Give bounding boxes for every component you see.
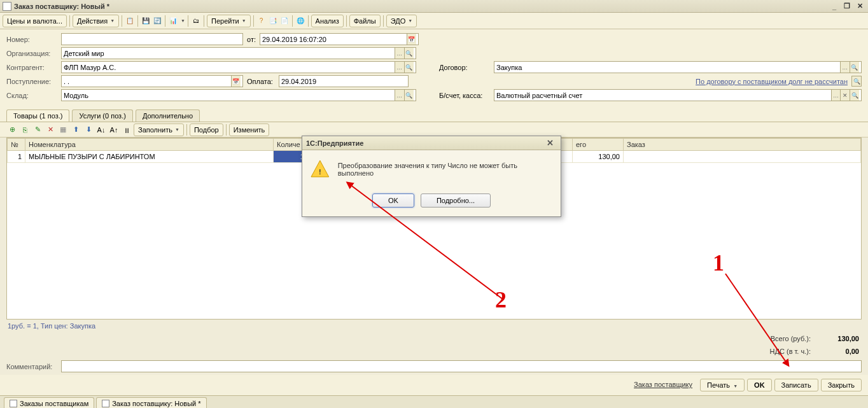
- titlebar: Заказ поставщику: Новый * _ ❐ ✕: [0, 0, 868, 13]
- sort-desc-icon[interactable]: A↑: [108, 124, 120, 136]
- report-icon[interactable]: 📊: [168, 16, 178, 26]
- search-icon[interactable]: 🔍: [850, 62, 859, 73]
- search-icon[interactable]: 🔍: [404, 62, 414, 73]
- calendar-icon[interactable]: 📅: [407, 34, 416, 45]
- select-icon[interactable]: …: [840, 62, 850, 73]
- date-input[interactable]: 📅: [260, 33, 419, 45]
- tab-services[interactable]: Услуги (0 поз.): [72, 109, 132, 122]
- comment-input[interactable]: [61, 360, 862, 372]
- list-icon[interactable]: 📑: [268, 16, 278, 26]
- col-order[interactable]: Заказ: [624, 139, 861, 151]
- change-button[interactable]: Изменить: [229, 123, 270, 136]
- separator: [122, 15, 122, 27]
- receipt-input[interactable]: 📅: [61, 75, 243, 87]
- edo-button[interactable]: ЭДО▼: [386, 15, 417, 27]
- globe-icon[interactable]: 🌐: [295, 16, 305, 26]
- search-icon[interactable]: 🔍: [851, 76, 862, 87]
- totals: Всего (руб.): 130,00: [0, 332, 868, 345]
- col-name[interactable]: Номенклатура: [25, 139, 274, 151]
- minimize-icon[interactable]: _: [829, 2, 840, 11]
- comment-label: Комментарий:: [6, 363, 57, 370]
- col-total[interactable]: его: [573, 139, 624, 151]
- tab-goods[interactable]: Товары (1 поз.): [6, 109, 69, 122]
- date-label: от:: [247, 36, 256, 43]
- fill-button[interactable]: Заполнить▼: [134, 123, 184, 136]
- refresh-icon[interactable]: 🔄: [152, 16, 162, 26]
- cell-order[interactable]: [624, 151, 861, 163]
- payment-input[interactable]: [279, 75, 409, 87]
- goto-button[interactable]: Перейти▼: [207, 15, 251, 27]
- contract-input[interactable]: … 🔍: [494, 61, 862, 73]
- totals-vat: НДС (в т. ч.): 0,00: [0, 345, 868, 358]
- dialog-close-icon[interactable]: ✕: [543, 137, 557, 149]
- actions-button[interactable]: Действия▼: [73, 15, 119, 27]
- ok-button[interactable]: OK: [747, 379, 772, 391]
- dialog-header[interactable]: 1С:Предприятие ✕: [302, 136, 561, 150]
- edo-label: ЭДО: [391, 17, 406, 25]
- doctab-list-label: Заказы поставщикам: [20, 400, 88, 407]
- reg-icon[interactable]: 📄: [279, 16, 290, 26]
- print-button[interactable]: Печать ▼: [700, 379, 745, 391]
- counterparty-input[interactable]: … 🔍: [61, 61, 416, 73]
- sort-asc-icon[interactable]: A↓: [95, 124, 107, 136]
- barcode-icon[interactable]: ⫼: [121, 124, 132, 136]
- cell-name[interactable]: МЫЛЬНЫЕ ПУЗЫРИ С ЛАБИРИНТОМ: [25, 151, 274, 163]
- dialog-details-button[interactable]: Подробно...: [421, 193, 491, 208]
- search-icon[interactable]: 🔍: [850, 90, 859, 101]
- close-icon[interactable]: ✕: [854, 2, 865, 11]
- up-icon[interactable]: ⬆: [70, 124, 81, 136]
- tabs: Товары (1 поз.) Услуги (0 поз.) Дополнит…: [0, 107, 868, 122]
- select-icon[interactable]: …: [395, 48, 404, 59]
- doctab-list[interactable]: Заказы поставщикам: [4, 397, 94, 408]
- select-icon[interactable]: …: [395, 62, 404, 73]
- select-icon[interactable]: …: [831, 90, 841, 101]
- tab-extra[interactable]: Дополнительно: [136, 109, 200, 122]
- separator: [226, 124, 227, 136]
- files-button[interactable]: Файлы: [349, 15, 381, 27]
- analysis-button[interactable]: Анализ: [311, 15, 344, 27]
- chevron-down-icon[interactable]: ▼: [181, 18, 185, 23]
- calendar-icon[interactable]: 📅: [231, 76, 241, 87]
- receipt-label: Поступление:: [6, 78, 57, 85]
- prices-button[interactable]: Цены и валюта...: [3, 15, 67, 27]
- separator: [308, 15, 309, 27]
- grid-icon[interactable]: ▦: [57, 124, 69, 136]
- order-link[interactable]: Заказ поставщику: [629, 379, 697, 391]
- org-label: Организация:: [6, 50, 57, 57]
- number-input[interactable]: [61, 33, 243, 45]
- search-icon[interactable]: 🔍: [404, 48, 414, 59]
- clear-icon[interactable]: ✕: [840, 90, 850, 101]
- change-label: Изменить: [234, 126, 265, 134]
- doctabs: Заказы поставщикам Заказ поставщику: Нов…: [0, 395, 868, 408]
- org-input[interactable]: … 🔍: [61, 47, 416, 59]
- account-input[interactable]: … ✕ 🔍: [494, 89, 862, 101]
- info-line: 1руб. = 1, Тип цен: Закупка: [0, 320, 868, 332]
- edit-icon[interactable]: ✎: [32, 124, 43, 136]
- debt-link[interactable]: По договору с поставщиком долг не рассчи…: [696, 78, 848, 85]
- chevron-down-icon: ▼: [175, 127, 179, 132]
- select-label: Подбор: [194, 126, 219, 134]
- delete-icon[interactable]: ✕: [45, 124, 56, 136]
- maximize-icon[interactable]: ❐: [841, 2, 853, 11]
- dialog-title: 1С:Предприятие: [306, 139, 543, 147]
- dialog-ok-button[interactable]: OK: [372, 193, 414, 208]
- files-label: Файлы: [354, 17, 376, 25]
- warehouse-input[interactable]: … 🔍: [61, 89, 416, 101]
- structure-icon[interactable]: 🗂: [191, 16, 201, 26]
- doctab-doc[interactable]: Заказ поставщику: Новый *: [96, 397, 206, 408]
- help-icon[interactable]: ?: [256, 16, 267, 26]
- save-icon[interactable]: 💾: [141, 16, 151, 26]
- cell-total[interactable]: 130,00: [573, 151, 624, 163]
- separator: [346, 15, 347, 27]
- cell-n[interactable]: 1: [8, 151, 25, 163]
- down-icon[interactable]: ⬇: [83, 124, 94, 136]
- select-icon[interactable]: …: [395, 90, 404, 101]
- select-button[interactable]: Подбор: [190, 123, 223, 136]
- add-icon[interactable]: ⊕: [6, 124, 18, 136]
- search-icon[interactable]: 🔍: [404, 90, 414, 101]
- close-button[interactable]: Закрыть: [821, 379, 862, 391]
- save-button[interactable]: Записать: [774, 379, 818, 391]
- post-icon[interactable]: 📋: [125, 16, 135, 26]
- col-n[interactable]: №: [8, 139, 25, 151]
- copy-icon[interactable]: ⎘: [19, 124, 31, 136]
